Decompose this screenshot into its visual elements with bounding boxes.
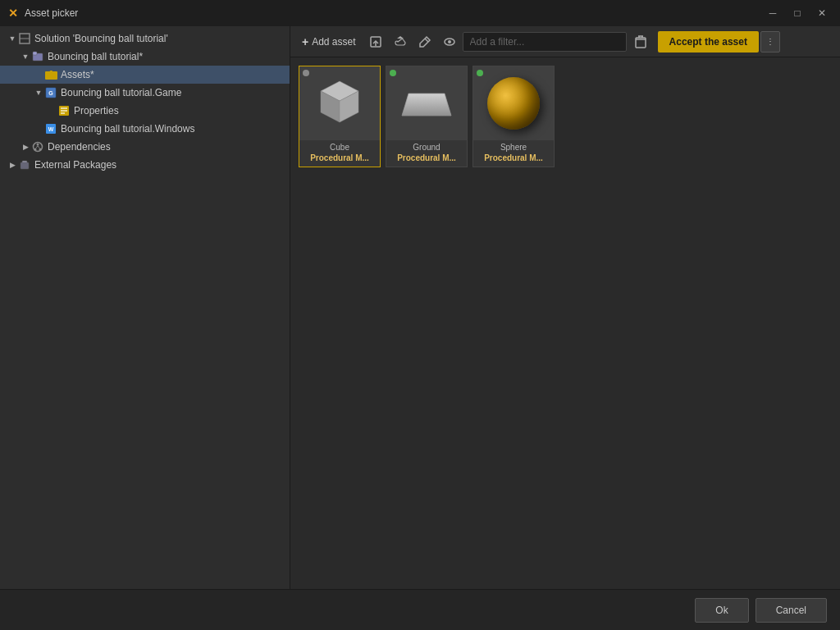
svg-point-14 — [39, 148, 42, 151]
arrow-solution: ▼ — [7, 33, 18, 44]
app-icon: ✕ — [7, 7, 20, 20]
import-button[interactable] — [389, 31, 412, 52]
filter-input[interactable] — [463, 32, 627, 52]
view-button[interactable] — [438, 31, 461, 52]
svg-text:W: W — [48, 126, 54, 132]
bottom-bar: Ok Cancel — [0, 589, 840, 630]
ground-3d-shape — [394, 79, 459, 128]
add-asset-label: Add asset — [312, 36, 355, 48]
export-icon — [369, 35, 382, 48]
tree-dependencies[interactable]: ▶ Dependencies — [0, 138, 290, 156]
title-bar: ✕ Asset picker ─ □ ✕ — [0, 0, 840, 26]
accept-asset-button[interactable]: Accept the asset — [658, 31, 759, 52]
svg-point-23 — [448, 40, 451, 43]
cube-subname: Procedural M... — [299, 153, 380, 167]
folder-icon — [44, 68, 57, 81]
tree-external[interactable]: ▶ External Packages — [0, 156, 290, 174]
external-icon — [18, 158, 31, 171]
arrow-assets — [33, 69, 44, 80]
eye-icon — [443, 35, 456, 48]
properties-label: Properties — [74, 105, 119, 116]
arrow-properties — [46, 105, 57, 116]
project-label: Bouncing ball tutorial* — [48, 51, 143, 62]
export-button[interactable] — [364, 31, 387, 52]
toolbar: + Add asset — [290, 26, 840, 57]
ground-status-dot — [390, 70, 396, 76]
svg-marker-33 — [402, 94, 451, 116]
solution-label: Solution 'Bouncing ball tutorial' — [34, 33, 168, 44]
tree-solution[interactable]: ▼ Solution 'Bouncing ball tutorial' — [0, 30, 290, 48]
edit-button[interactable] — [413, 31, 436, 52]
project-icon — [31, 50, 44, 63]
window-controls: ─ □ ✕ — [761, 2, 833, 25]
assets-label: Assets* — [61, 69, 94, 80]
ground-thumbnail — [386, 66, 467, 140]
cube-name: Cube — [299, 140, 380, 153]
tree-assets[interactable]: Assets* — [0, 66, 290, 84]
import-icon — [394, 35, 407, 48]
arrow-windows — [33, 123, 44, 135]
cube-status-dot — [303, 70, 309, 76]
delete-button[interactable] — [628, 31, 653, 52]
svg-point-15 — [34, 148, 37, 151]
edit-icon — [418, 35, 431, 48]
ok-button[interactable]: Ok — [695, 598, 748, 623]
arrow-project: ▼ — [20, 51, 31, 62]
properties-icon — [57, 104, 71, 117]
svg-rect-3 — [33, 52, 37, 55]
sphere-subname: Procedural M... — [473, 153, 554, 167]
ground-name: Ground — [386, 140, 467, 153]
windows-label: Bouncing ball tutorial.Windows — [61, 123, 194, 135]
game-label: Bouncing ball tutorial.Game — [61, 87, 181, 98]
sphere-thumbnail — [473, 66, 554, 140]
add-asset-button[interactable]: + Add asset — [295, 31, 363, 52]
svg-line-21 — [425, 39, 428, 42]
cube-3d-shape — [311, 75, 368, 132]
solution-icon — [18, 32, 31, 45]
sphere-status-dot — [477, 70, 483, 76]
asset-card-ground[interactable]: Ground Procedural M... — [386, 66, 468, 167]
tree-properties[interactable]: Properties — [0, 102, 290, 120]
maximize-button[interactable]: □ — [786, 2, 809, 25]
sphere-3d-shape — [487, 77, 540, 130]
main-layout: ▼ Solution 'Bouncing ball tutorial' ▼ Bo… — [0, 26, 840, 589]
dependencies-icon — [31, 140, 44, 153]
tree-project[interactable]: ▼ Bouncing ball tutorial* — [0, 48, 290, 66]
asset-grid: Cube Procedural M... — [290, 57, 840, 589]
arrow-game: ▼ — [33, 87, 44, 98]
arrow-external: ▶ — [7, 159, 18, 171]
add-icon: + — [302, 35, 308, 48]
minimize-button[interactable]: ─ — [761, 2, 784, 25]
trash-icon — [635, 35, 646, 48]
tree-game[interactable]: ▼ G Bouncing ball tutorial.Game — [0, 84, 290, 102]
ground-subname: Procedural M... — [386, 153, 467, 167]
tree-windows[interactable]: W Bouncing ball tutorial.Windows — [0, 120, 290, 138]
svg-point-13 — [37, 144, 39, 146]
cancel-button[interactable]: Cancel — [756, 598, 827, 623]
dependencies-label: Dependencies — [48, 141, 111, 153]
game-icon: G — [44, 86, 57, 99]
svg-text:G: G — [48, 90, 53, 96]
sphere-name: Sphere — [473, 140, 554, 153]
cube-thumbnail — [299, 66, 380, 140]
arrow-dependencies: ▶ — [20, 141, 31, 153]
asset-card-cube[interactable]: Cube Procedural M... — [299, 66, 381, 167]
external-label: External Packages — [34, 159, 116, 171]
asset-card-sphere[interactable]: Sphere Procedural M... — [472, 66, 555, 167]
right-panel: + Add asset — [290, 26, 840, 589]
windows-icon: W — [44, 122, 57, 135]
svg-line-17 — [36, 146, 38, 148]
close-button[interactable]: ✕ — [810, 2, 833, 25]
more-button[interactable]: ⋮ — [760, 31, 780, 52]
svg-rect-18 — [21, 162, 29, 169]
window-title: Asset picker — [25, 7, 761, 19]
left-panel: ▼ Solution 'Bouncing ball tutorial' ▼ Bo… — [0, 26, 290, 589]
